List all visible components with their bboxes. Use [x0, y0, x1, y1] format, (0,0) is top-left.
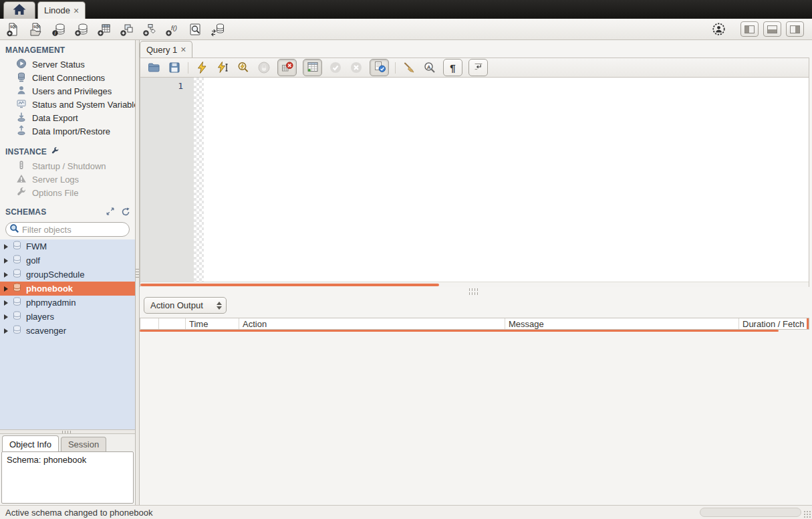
sql-editor: 1 [140, 78, 809, 287]
find-in-editor-icon[interactable]: A [422, 60, 437, 75]
create-procedure-icon[interactable] [142, 21, 158, 37]
schema-row-scavenger[interactable]: scavenger [0, 324, 135, 338]
reconnect-dbms-icon[interactable] [210, 21, 226, 37]
tab-session[interactable]: Session [61, 437, 106, 451]
toggle-stop-on-error-button[interactable] [277, 59, 297, 76]
sidebar-item-users-privileges[interactable]: Users and Privileges [0, 84, 135, 98]
data-export-icon [16, 112, 27, 124]
column-header-duration[interactable]: Duration / Fetch [739, 318, 809, 329]
schema-row-phonebook[interactable]: phonebook [0, 282, 135, 296]
connection-tab[interactable]: Linode × [37, 1, 86, 19]
search-icon [9, 223, 19, 235]
query-area: Query 1 × [140, 40, 809, 505]
open-script-icon[interactable] [146, 60, 161, 75]
wrench-icon[interactable] [51, 146, 59, 157]
execute-current-statement-icon[interactable] [215, 60, 230, 75]
limit-rows-icon [307, 61, 319, 75]
autocommit-icon [374, 61, 386, 75]
column-header-time[interactable]: Time [186, 318, 239, 329]
expand-all-icon[interactable] [106, 207, 115, 218]
tab-object-info[interactable]: Object Info [2, 435, 59, 451]
sql-text-area[interactable] [204, 78, 809, 287]
create-table-icon[interactable] [96, 21, 112, 37]
window-resize-grip[interactable] [803, 510, 811, 518]
navigator-sidebar: MANAGEMENT Server Status Client Connecti… [0, 40, 135, 505]
object-info-text: Schema: phonebook [7, 455, 86, 465]
create-schema-icon[interactable] [74, 21, 90, 37]
output-panel-icon [767, 25, 777, 33]
column-header-blank1[interactable] [140, 318, 159, 329]
toggle-secondary-panel-button[interactable] [786, 21, 804, 37]
sidebar-bottom-splitter[interactable] [0, 429, 135, 434]
code-folding-margin [194, 78, 204, 287]
sidebar-item-client-connections[interactable]: Client Connections [0, 71, 135, 84]
sidebar-item-data-import[interactable]: Data Import/Restore [0, 124, 135, 138]
query-tab-label: Query 1 [146, 45, 177, 55]
sidebar-panel-icon [745, 25, 755, 33]
schema-name: groupSchedule [26, 270, 84, 280]
toggle-output-panel-button[interactable] [763, 21, 781, 37]
expander-icon[interactable] [4, 272, 8, 278]
users-icon [16, 85, 27, 98]
rollback-icon[interactable] [349, 60, 364, 75]
editor-output-splitter[interactable] [140, 287, 809, 296]
sidebar-item-options-file[interactable]: Options File [0, 186, 135, 199]
progress-indicator [700, 508, 801, 517]
schema-icon [12, 310, 22, 323]
scrollbar-thumb[interactable] [140, 284, 439, 286]
commit-icon[interactable] [328, 60, 343, 75]
client-connections-icon [16, 72, 27, 84]
sidebar-item-server-logs[interactable]: Server Logs [0, 173, 135, 186]
user-preferences-icon[interactable] [710, 21, 726, 37]
sidebar-item-system-variables[interactable]: Status and System Variables [0, 98, 135, 111]
output-vertical-scrollbar[interactable] [807, 318, 809, 329]
create-function-icon[interactable]: f() [164, 21, 180, 37]
sidebar-item-server-status[interactable]: Server Status [0, 58, 135, 71]
expander-icon[interactable] [4, 300, 8, 306]
schema-icon [12, 268, 22, 281]
close-icon[interactable]: × [74, 6, 79, 15]
toggle-limit-rows-button[interactable] [303, 59, 322, 76]
sidebar-item-startup-shutdown[interactable]: Startup / Shutdown [0, 159, 135, 173]
stop-execution-icon[interactable] [257, 60, 271, 75]
schema-filter-input[interactable] [22, 225, 126, 235]
schema-icon [12, 282, 22, 295]
toggle-word-wrap-button[interactable] [468, 59, 488, 76]
search-table-data-icon[interactable] [187, 21, 203, 37]
sidebar-item-data-export[interactable]: Data Export [0, 111, 135, 124]
clear-query-icon[interactable] [402, 60, 416, 75]
schema-name: phpmyadmin [26, 298, 76, 308]
schema-row-golf[interactable]: golf [0, 253, 135, 268]
column-header-action[interactable]: Action [239, 318, 505, 329]
expander-icon[interactable] [4, 258, 8, 264]
column-header-blank2[interactable] [159, 318, 186, 329]
expander-icon[interactable] [4, 328, 8, 334]
save-script-icon[interactable] [167, 60, 182, 75]
explain-plan-icon[interactable] [236, 60, 251, 75]
toggle-invisible-characters-button[interactable]: ¶ [443, 59, 462, 76]
output-view-selector[interactable]: Action Output [144, 297, 227, 314]
output-horizontal-scrollbar[interactable] [140, 330, 779, 332]
schema-row-fwm[interactable]: FWM [0, 239, 135, 253]
expander-icon[interactable] [4, 244, 8, 249]
object-info-content: Schema: phonebook [1, 451, 134, 504]
schema-row-phpmyadmin[interactable]: phpmyadmin [0, 296, 135, 310]
expander-icon[interactable] [4, 286, 8, 292]
expander-icon[interactable] [4, 314, 8, 320]
toggle-autocommit-button[interactable] [370, 59, 389, 76]
column-header-message[interactable]: Message [505, 318, 739, 329]
schema-inspector-icon[interactable]: i [51, 21, 67, 37]
close-icon[interactable]: × [180, 45, 186, 54]
open-sql-script-icon[interactable]: SQL [28, 21, 44, 37]
schema-row-players[interactable]: players [0, 310, 135, 324]
query-tab[interactable]: Query 1 × [140, 41, 192, 58]
execute-statements-icon[interactable] [194, 60, 209, 75]
new-sql-script-icon[interactable]: SQL [5, 21, 21, 37]
schema-row-groupschedule[interactable]: groupSchedule [0, 268, 135, 282]
refresh-icon[interactable] [120, 207, 130, 218]
home-tab[interactable] [3, 1, 35, 19]
create-view-icon[interactable] [119, 21, 135, 37]
toggle-sidebar-panel-button[interactable] [740, 21, 759, 37]
sidebar-splitter[interactable] [135, 40, 140, 505]
sidebar-item-label: Server Status [32, 60, 85, 70]
